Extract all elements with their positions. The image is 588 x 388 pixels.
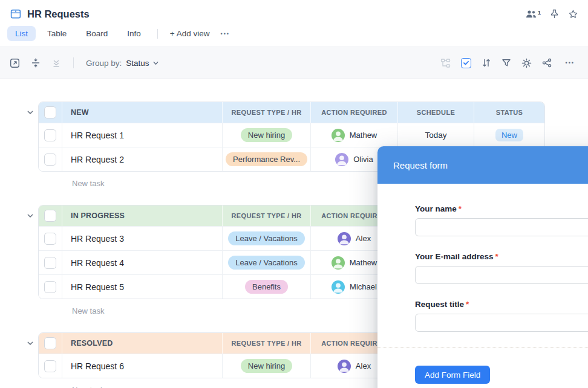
app-header: HR Requests 1: [0, 0, 588, 24]
form-divider: [377, 348, 588, 348]
collapse-group-chevron[interactable]: [22, 332, 38, 354]
collapse-groups-icon[interactable]: [31, 58, 41, 68]
toolbar-more-button[interactable]: •••: [562, 57, 578, 69]
open-view-expand-icon[interactable]: [10, 58, 20, 68]
group-select-checkbox[interactable]: [44, 106, 56, 118]
required-asterisk: *: [459, 204, 462, 213]
request-type-pill: Leave / Vacations: [228, 231, 304, 245]
add-view-button[interactable]: + Add view: [166, 26, 214, 41]
status-pill: New: [495, 129, 523, 141]
field-input[interactable]: [415, 314, 588, 332]
tab-list[interactable]: List: [7, 26, 36, 41]
modal-header: Request form: [377, 146, 588, 184]
assignee-avatar: [332, 280, 345, 294]
chevron-down-icon: [152, 60, 159, 66]
group-name: IN PROGRESS: [62, 205, 222, 226]
request-type-pill: Benefits: [245, 280, 288, 294]
row-checkbox[interactable]: [44, 257, 56, 269]
form-field: Your name*: [415, 204, 588, 236]
assignee-name: Mathew: [350, 258, 377, 267]
form-field: Request title*: [415, 300, 588, 332]
row-checkbox[interactable]: [44, 360, 56, 372]
task-title: HR Request 5: [62, 275, 222, 299]
field-label: Your name*: [415, 204, 588, 213]
collapse-group-chevron[interactable]: [22, 205, 38, 227]
group-by-value: Status: [126, 59, 149, 68]
row-checkbox[interactable]: [44, 281, 56, 293]
task-title: HR Request 3: [62, 227, 222, 250]
group-by-label: Group by:: [86, 59, 122, 68]
filter-funnel-icon[interactable]: [501, 58, 511, 68]
request-type-pill: New hiring: [241, 128, 292, 142]
subtasks-tree-icon[interactable]: [440, 58, 451, 68]
assignee-name: Michael: [350, 282, 377, 291]
row-checkbox[interactable]: [44, 233, 56, 245]
assignee-name: Mathew: [350, 131, 377, 140]
column-header-status[interactable]: STATUS: [474, 102, 544, 123]
views-more-button[interactable]: •••: [217, 28, 234, 40]
group-name: NEW: [62, 102, 222, 123]
tab-info[interactable]: Info: [119, 26, 149, 41]
assignee-name: Alex: [356, 361, 371, 370]
modal-title: Request form: [393, 160, 448, 170]
field-input[interactable]: [415, 266, 588, 284]
field-label: Your E-mail address*: [415, 252, 588, 261]
settings-gear-icon[interactable]: [521, 58, 532, 68]
column-header-schedule[interactable]: SCHEDULE: [397, 102, 474, 123]
multi-select-checkbox-icon[interactable]: [461, 58, 471, 68]
column-header-request-type[interactable]: REQUEST TYPE / HR: [222, 333, 310, 354]
toolbar-divider: [73, 57, 74, 68]
add-form-field-button[interactable]: Add Form Field: [415, 366, 490, 384]
request-type-pill: Leave / Vacations: [228, 256, 304, 270]
group-select-checkbox[interactable]: [44, 210, 56, 222]
field-input[interactable]: [415, 218, 588, 236]
toolbar: Group by: Status: [0, 47, 588, 79]
row-checkbox[interactable]: [44, 154, 56, 166]
required-asterisk: *: [495, 252, 498, 261]
group-select-checkbox[interactable]: [44, 337, 56, 349]
schedule-value: Today: [397, 123, 474, 147]
form-field: Your E-mail address*: [415, 252, 588, 284]
collaborator-count: 1: [538, 10, 541, 16]
column-header-action-required[interactable]: ACTION REQUIRED: [310, 102, 397, 123]
view-tabs: List Table Board Info + Add view •••: [0, 24, 588, 47]
assignee-avatar: [332, 129, 345, 142]
star-icon[interactable]: [568, 9, 578, 19]
task-title: HR Request 2: [62, 147, 222, 171]
column-header-request-type[interactable]: REQUEST TYPE / HR: [222, 102, 310, 123]
request-form-modal: Request form Your name* Your E-mail addr…: [377, 146, 588, 388]
request-type-pill: New hiring: [241, 359, 292, 373]
table-row[interactable]: HR Request 1 New hiring Mathew Today New: [39, 123, 544, 147]
task-title: HR Request 4: [62, 251, 222, 274]
assignee-avatar: [338, 232, 351, 245]
group-header: NEW REQUEST TYPE / HR ACTION REQUIRED SC…: [39, 102, 544, 123]
task-title: HR Request 6: [62, 354, 222, 378]
form-fields: Your name* Your E-mail address* Request …: [377, 184, 588, 384]
expand-groups-icon[interactable]: [51, 58, 61, 68]
assignee-avatar: [338, 360, 351, 373]
tab-board[interactable]: Board: [78, 26, 116, 41]
project-box-icon: [10, 8, 22, 20]
task-title: HR Request 1: [62, 123, 222, 147]
assignee-avatar: [332, 256, 345, 270]
group-by-select[interactable]: Group by: Status: [86, 59, 159, 68]
share-icon[interactable]: [542, 58, 552, 68]
collaborators-icon[interactable]: 1: [526, 10, 541, 18]
pin-icon[interactable]: [550, 9, 559, 19]
tabs-divider: [157, 29, 158, 39]
field-label: Request title*: [415, 300, 588, 309]
assignee-name: Alex: [356, 234, 371, 243]
page-title: HR Requests: [27, 8, 90, 20]
group-name: RESOLVED: [62, 333, 222, 354]
row-checkbox[interactable]: [44, 129, 56, 141]
column-header-request-type[interactable]: REQUEST TYPE / HR: [222, 205, 310, 226]
collapse-group-chevron[interactable]: [22, 102, 38, 123]
sort-icon[interactable]: [482, 58, 491, 68]
required-asterisk: *: [466, 300, 469, 309]
request-type-pill: Performance Rev...: [226, 152, 307, 166]
assignee-avatar: [335, 153, 348, 166]
assignee-name: Olivia: [353, 155, 373, 164]
tab-table[interactable]: Table: [39, 26, 74, 41]
